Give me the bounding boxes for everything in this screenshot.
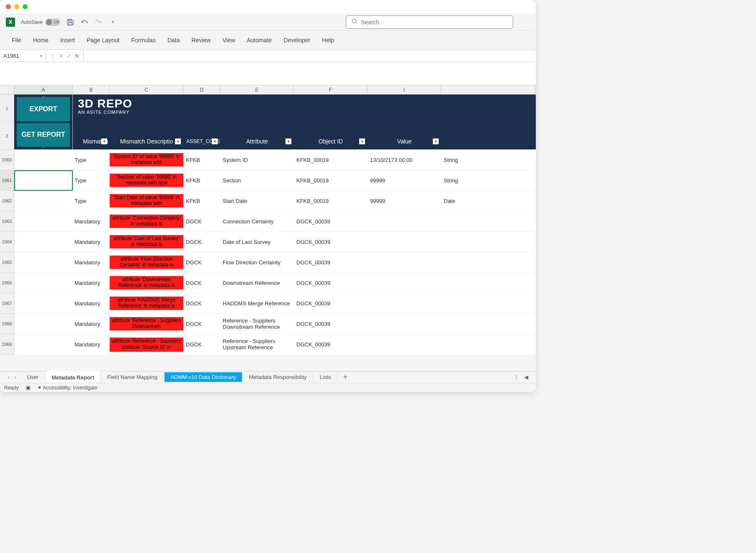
sheet-options-icon[interactable]: ⋮	[514, 374, 519, 380]
filter-icon[interactable]: ▾	[359, 138, 365, 144]
cell-value[interactable]: 99999	[368, 198, 441, 204]
cell-rest[interactable]: String	[441, 157, 536, 163]
toggle-switch[interactable]: Off	[45, 18, 60, 26]
filter-icon[interactable]: ▾	[175, 138, 181, 144]
cell-desc[interactable]: 'Section' of value '99999' in metadata w…	[110, 174, 183, 187]
cell-objid[interactable]: KFKB_00019	[294, 198, 368, 204]
row-header[interactable]: 1969	[0, 334, 14, 355]
col-header-d[interactable]: D	[183, 85, 220, 94]
col-header-e[interactable]: E	[220, 85, 294, 94]
header-desc[interactable]: Mismatch Descriptio▾	[110, 138, 183, 145]
tab-help[interactable]: Help	[316, 34, 340, 46]
col-header-rest[interactable]	[441, 85, 536, 94]
cell-mismatch[interactable]: Type	[73, 157, 110, 163]
scroll-left-icon[interactable]: ◀	[524, 374, 528, 380]
tab-file[interactable]: File	[6, 34, 27, 46]
filter-icon[interactable]: ▾	[101, 138, 107, 144]
cell-objid[interactable]: DGCK_00039	[294, 300, 368, 307]
cell-objid[interactable]: DGCK_00039	[294, 280, 368, 286]
search-input[interactable]	[361, 19, 508, 26]
row-header[interactable]: 1966	[0, 273, 14, 293]
col-header-b[interactable]: B	[73, 85, 110, 94]
row-header[interactable]: 1964	[0, 232, 14, 252]
select-all-corner[interactable]	[0, 85, 14, 94]
cell-objid[interactable]: KFKB_00019	[294, 157, 368, 163]
prev-sheet-icon[interactable]: ‹	[8, 374, 9, 380]
header-asset[interactable]: ASSET_CODE▾	[183, 138, 220, 144]
filter-icon[interactable]: ▾	[285, 138, 291, 144]
cell-desc[interactable]: attribute 'Reference - Suppliers Downstr…	[110, 317, 183, 330]
header-mismatch[interactable]: Mismatch▾	[73, 138, 110, 145]
header-value[interactable]: Value▾	[368, 138, 441, 145]
name-box[interactable]: A1961 ▾	[0, 50, 46, 61]
row-header[interactable]: 1963	[0, 211, 14, 232]
cell-asset[interactable]: KFKB	[183, 177, 220, 184]
cell-asset[interactable]: DGCK	[183, 239, 220, 245]
col-header-i[interactable]: I	[368, 85, 441, 94]
table-row[interactable]: Mandatoryattribute 'Date of Last Survey'…	[14, 232, 536, 252]
minimize-window-icon[interactable]	[14, 4, 19, 9]
autosave-toggle[interactable]: AutoSave Off	[21, 18, 60, 26]
tab-formulas[interactable]: Formulas	[126, 34, 162, 46]
redo-icon[interactable]: ↷▾	[95, 18, 103, 26]
table-row[interactable]: Type'System ID' of value '99999' in meta…	[14, 150, 536, 170]
cell-rest[interactable]: String	[441, 177, 536, 184]
tab-review[interactable]: Review	[186, 34, 217, 46]
cell-desc[interactable]: attribute 'Downstream Reference' in meta…	[110, 276, 183, 289]
table-row[interactable]: Mandatoryattribute 'HADDMS Merge Referen…	[14, 293, 536, 314]
cell-mismatch[interactable]: Mandatory	[73, 218, 110, 225]
cell-rest[interactable]: Date	[441, 198, 536, 204]
maximize-window-icon[interactable]	[23, 4, 28, 9]
table-row[interactable]: Mandatoryattribute 'Reference - Supplier…	[14, 314, 536, 334]
fx-icon[interactable]: fx	[75, 53, 79, 59]
cell-attr[interactable]: Section	[220, 177, 294, 184]
cell-objid[interactable]: DGCK_00039	[294, 341, 368, 348]
table-row[interactable]: Mandatoryattribute 'Downstream Reference…	[14, 273, 536, 293]
tab-insert[interactable]: Insert	[54, 34, 81, 46]
cell-asset[interactable]: DGCK	[183, 280, 220, 286]
tab-page-layout[interactable]: Page Layout	[81, 34, 126, 46]
row-header[interactable]: 1967	[0, 293, 14, 314]
cell-desc[interactable]: 'System ID' of value '99999' in metadata…	[110, 153, 183, 166]
cell-value[interactable]: 99999	[368, 177, 441, 184]
cell-attr[interactable]: Reference - Suppliers Downstream Referen…	[220, 317, 294, 330]
undo-icon[interactable]: ↶▾	[80, 18, 89, 26]
cell-asset[interactable]: DGCK	[183, 259, 220, 266]
cell-mismatch[interactable]: Mandatory	[73, 321, 110, 327]
row-header[interactable]: 1968	[0, 314, 14, 334]
header-attribute[interactable]: Attribute▾	[220, 138, 294, 145]
row-header[interactable]: 1960	[0, 150, 14, 170]
tab-home[interactable]: Home	[27, 34, 54, 46]
more-icon[interactable]: ⋮	[50, 53, 56, 59]
cell-desc[interactable]: attribute 'Flow Direction Certainty' in …	[110, 256, 183, 269]
cell-asset[interactable]: DGCK	[183, 300, 220, 307]
cell-mismatch[interactable]: Mandatory	[73, 239, 110, 245]
cell-objid[interactable]: DGCK_00039	[294, 218, 368, 225]
cell-attr[interactable]: HADDMS Merge Reference	[220, 300, 294, 307]
cell-asset[interactable]: DGCK	[183, 218, 220, 225]
next-sheet-icon[interactable]: ›	[14, 374, 16, 380]
sheet-tab-lists[interactable]: Lists	[314, 372, 337, 382]
row-header[interactable]: 1961	[0, 170, 14, 191]
filter-icon[interactable]: ▾	[212, 138, 218, 144]
cell-asset[interactable]: DGCK	[183, 321, 220, 327]
add-sheet-button[interactable]: +	[338, 373, 353, 381]
cancel-icon[interactable]: ✕	[59, 53, 64, 59]
cell-asset[interactable]: KFKB	[183, 198, 220, 204]
cell-desc[interactable]: 'Start Date' of value '99999' in metadat…	[110, 194, 183, 207]
sheet-tab-admm[interactable]: ADMM v10 Data Dictionary	[165, 372, 242, 382]
cell-desc[interactable]: attribute 'Date of Last Survey' in metad…	[110, 235, 183, 248]
cell-attr[interactable]: Downstream Reference	[220, 280, 294, 286]
col-header-c[interactable]: C	[110, 85, 183, 94]
cell-mismatch[interactable]: Type	[73, 198, 110, 204]
macro-record-icon[interactable]: ▣	[26, 384, 31, 391]
sheet-tab-metadata-report[interactable]: Metadata Report	[46, 372, 100, 382]
col-header-a[interactable]: A	[14, 85, 73, 94]
spreadsheet-grid[interactable]: A B C D E F I 1 2 1960 1961 1962 1963 19…	[0, 85, 536, 355]
cell-objid[interactable]: KFKB_00019	[294, 177, 368, 184]
col-header-f[interactable]: F	[294, 85, 368, 94]
cell-mismatch[interactable]: Type	[73, 177, 110, 184]
tab-developer[interactable]: Developer	[278, 34, 316, 46]
cell-attr[interactable]: Date of Last Survey	[220, 239, 294, 245]
cell-asset[interactable]: DGCK	[183, 341, 220, 348]
